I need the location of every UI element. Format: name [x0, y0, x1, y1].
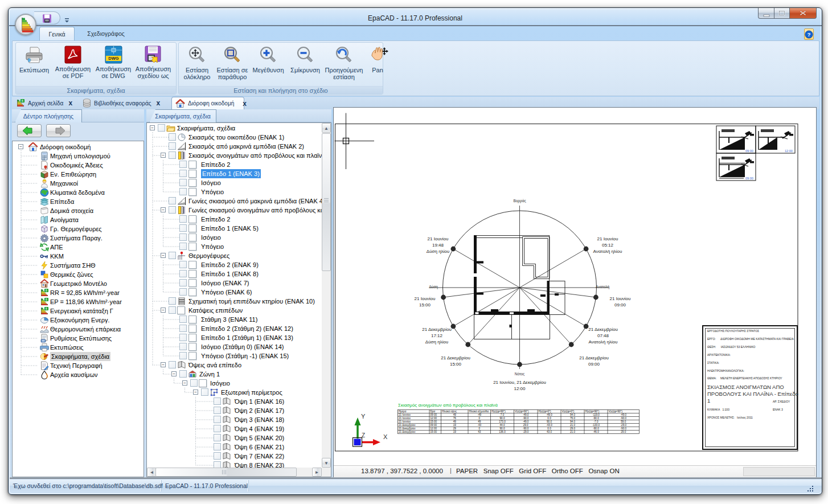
svg-text:21 Δεκεμβρίου07:48Ανατολή ηλίο: 21 Δεκεμβρίου07:48Ανατολή ηλίου — [588, 327, 618, 345]
svg-text:21 Ιουνίου, 21 Δεκεμβρίου12:00: 21 Ιουνίου, 21 Δεκεμβρίου12:00 — [493, 380, 546, 391]
svg-text:0: 0 — [479, 417, 481, 420]
svg-text:21 Δεκεμβρίου: 21 Δεκεμβρίου — [399, 431, 416, 433]
svg-text:21 Ιουνίου: 21 Ιουνίου — [399, 417, 411, 420]
svg-text:Σκιασμός ανοιγμάτων από προβόλ: Σκιασμός ανοιγμάτων από προβόλους και πλ… — [398, 403, 498, 408]
svg-text:12:00: 12:00 — [431, 417, 437, 420]
svg-text:21.0: 21.0 — [570, 431, 575, 433]
svg-text:19: 19 — [453, 424, 457, 427]
svg-text:49: 49 — [453, 420, 457, 423]
svg-text:-90.0: -90.0 — [621, 417, 627, 420]
svg-text:21 Ιουνίου: 21 Ιουνίου — [399, 420, 411, 423]
svg-text:ΕΡΓΟΔΟΤΗΣ:ΠΟΥΛΟΥΓΑΡΗΣ ΣΤΡΑΤΟΣ: ΕΡΓΟΔΟΤΗΣ:ΠΟΥΛΟΥΓΑΡΗΣ ΣΤΡΑΤΟΣ — [707, 329, 759, 333]
svg-text:29.0: 29.0 — [523, 424, 528, 427]
svg-text:DWG: DWG — [108, 56, 118, 61]
svg-text:76: 76 — [453, 417, 457, 420]
svg-text:-49.0: -49.0 — [546, 413, 552, 416]
svg-text:136.0: 136.0 — [499, 431, 506, 433]
svg-text:15:00: 15:00 — [431, 431, 437, 433]
svg-text:94.0: 94.0 — [570, 420, 575, 423]
svg-text:90.0: 90.0 — [500, 417, 505, 420]
svg-text:ΑΡ. ΣΧΕΔΙΟΥ: ΑΡ. ΣΧΕΔΙΟΥ — [773, 400, 790, 403]
svg-text:43: 43 — [478, 431, 481, 433]
svg-text:90.0: 90.0 — [500, 427, 505, 430]
svg-text:H(α)(φ=0°): H(α)(φ=0°) — [539, 410, 552, 413]
svg-text:44.0: 44.0 — [500, 424, 505, 427]
svg-text:-90.0: -90.0 — [593, 427, 599, 430]
svg-text:21 Ιουνίου: 21 Ιουνίου — [399, 413, 411, 416]
svg-text:ΣΤΑΤΙΚΑ:: ΣΤΑΤΙΚΑ: — [707, 361, 719, 364]
svg-text:19: 19 — [453, 431, 457, 433]
svg-text:173.0: 173.0 — [499, 420, 506, 423]
svg-text:ΣΚΙΑΣΜΟΣ ΑΝΟΙΓΜΑΤΩΝ ΑΠΟ: ΣΚΙΑΣΜΟΣ ΑΝΟΙΓΜΑΤΩΝ ΑΠΟ — [707, 384, 784, 390]
svg-text:76.0: 76.0 — [570, 417, 575, 420]
svg-text:1: 1 — [707, 398, 710, 404]
svg-text:21 Ιουνίου09:00: 21 Ιουνίου09:00 — [610, 296, 631, 308]
svg-text:Ανατολή: Ανατολή — [596, 285, 609, 289]
svg-text:21 Δεκεμβρίου: 21 Δεκεμβρίου — [399, 424, 416, 427]
svg-text:21 Δεκεμβρίου: 21 Δεκεμβρίου — [399, 427, 416, 430]
svg-text:ΘΕΣΗ: ΙΑΣΩΝΙΔΟΥ 53 ΕΛΛΗΝΙ: ΘΕΣΗ: ΙΑΣΩΝΙΔΟΥ 53 ΕΛΛΗΝΙΚΟ — [707, 345, 756, 349]
svg-text:29: 29 — [453, 427, 457, 430]
svg-text:43.0: 43.0 — [547, 431, 552, 433]
svg-text:ΠΡΟΒΟΛΟΥΣ ΚΑΙ ΠΛΑΪΝΑ - Επίπεδο: ΠΡΟΒΟΛΟΥΣ ΚΑΙ ΠΛΑΪΝΑ - Επίπεδο — [707, 391, 798, 397]
svg-text:09:00: 09:00 — [745, 149, 753, 153]
svg-text:21 Δεκεμβρίου17:12Δύση ηλίου: 21 Δεκεμβρίου17:12Δύση ηλίου — [422, 327, 452, 345]
svg-text:Ημέρα: Ημέρα — [399, 409, 407, 413]
svg-text:X: X — [383, 433, 388, 440]
svg-text:29.0: 29.0 — [570, 427, 575, 430]
svg-text:0.0: 0.0 — [547, 427, 551, 430]
svg-text:12:00: 12:00 — [785, 149, 793, 153]
svg-text:-7.0: -7.0 — [594, 420, 599, 423]
svg-text:15:00: 15:00 — [431, 420, 437, 423]
svg-text:0: 0 — [479, 427, 481, 430]
svg-text:ΚΛΙΜΑΚΑ 1:100: ΚΛΙΜΑΚΑ 1:100 — [707, 408, 729, 411]
svg-text:H(α)(φ=90°): H(α)(φ=90°) — [491, 410, 506, 413]
svg-text:V(α)(φ=90°): V(α)(φ=90°) — [515, 410, 529, 413]
svg-text:21 Ιουνίου05:12Ανατολή ηλίου: 21 Ιουνίου05:12Ανατολή ηλίου — [593, 236, 622, 254]
svg-text:ΑΡΧΙΤΕΚΤΟΝΙΚΑ:: ΑΡΧΙΤΕΚΤΟΝΙΚΑ: — [707, 353, 731, 357]
svg-text:Ώρα: Ώρα — [430, 410, 436, 413]
svg-text:ΕΡΓΟ: ΔΙΩΡΟΦΗ ΟΙΚΟΔΟΜΗ ΜΕ: ΕΡΓΟ: ΔΙΩΡΟΦΗ ΟΙΚΟΔΟΜΗ ΜΕ ΚΑΤΑΣΤΗΜΑΤΑ ΚΑ… — [707, 337, 794, 341]
svg-text:21 Ιουνίου19:48Δύση ηλίου: 21 Ιουνίου19:48Δύση ηλίου — [427, 236, 449, 254]
svg-text:21 Δεκεμβρίου09:00: 21 Δεκεμβρίου09:00 — [579, 355, 609, 367]
svg-text:Y: Y — [361, 413, 366, 420]
svg-text:V(α)(φ=90°): V(α)(φ=90°) — [609, 410, 623, 413]
svg-text:21 Ιουνίου15:00: 21 Ιουνίου15:00 — [415, 296, 436, 308]
svg-text:ΘΕΜΑ: ΜΕΛΕΤΗ ΕΝΕΡΓΕΙΑΚΗΣ Α: ΘΕΜΑ: ΜΕΛΕΤΗ ΕΝΕΡΓΕΙΑΚΗΣ ΑΠΟΔΟΣΗΣ ΚΤΗΡΙΟ… — [707, 376, 782, 380]
svg-text:-49: -49 — [477, 413, 481, 416]
svg-text:-119.0: -119.0 — [592, 413, 600, 416]
svg-text:7.0: 7.0 — [501, 413, 505, 416]
svg-text:0.0: 0.0 — [547, 417, 551, 420]
svg-text:-43.0: -43.0 — [546, 424, 552, 427]
svg-text:-29.0: -29.0 — [621, 424, 627, 427]
svg-text:09:00: 09:00 — [431, 424, 437, 427]
svg-text:29.0: 29.0 — [621, 431, 626, 433]
svg-text:Βορράς: Βορράς — [513, 199, 526, 203]
svg-text:Νότος: Νότος — [515, 372, 524, 376]
svg-text:90.0: 90.0 — [547, 420, 552, 423]
svg-text:-49.0: -49.0 — [621, 413, 627, 416]
svg-text:H(α)(φ=90°): H(α)(φ=90°) — [585, 410, 600, 413]
svg-text:?: ? — [807, 31, 811, 38]
svg-text:-49.0: -49.0 — [523, 420, 529, 423]
svg-text:59.0: 59.0 — [621, 420, 626, 423]
svg-text:21.0: 21.0 — [570, 424, 575, 427]
svg-text:V(α)(φ=0°): V(α)(φ=0°) — [562, 410, 575, 413]
svg-text:21 Δεκεμβρίου15:00: 21 Δεκεμβρίου15:00 — [441, 355, 470, 367]
svg-text:49: 49 — [478, 420, 481, 423]
svg-text:-90.0: -90.0 — [621, 427, 627, 430]
svg-text:-29.0: -29.0 — [523, 431, 529, 433]
svg-text:09:00: 09:00 — [745, 177, 753, 180]
svg-text:Ηλιακό αζιμούθιο: Ηλιακό αζιμούθιο — [469, 409, 489, 413]
svg-text:-43: -43 — [477, 424, 481, 427]
svg-text:Δύση: Δύση — [429, 285, 438, 289]
svg-text:ΕΝΑΚ 3: ΕΝΑΚ 3 — [773, 408, 783, 411]
svg-text:-133.0: -133.0 — [592, 424, 600, 427]
svg-text:-90.0: -90.0 — [523, 427, 529, 430]
svg-text:-90.0: -90.0 — [523, 417, 529, 420]
svg-text:ΧΡΟΝΟΣ ΜΕΛΕΤΗΣ: Ιούλιος 2011: ΧΡΟΝΟΣ ΜΕΛΕΤΗΣ: Ιούλιος 2011 — [707, 416, 753, 419]
svg-text:ΗΛΕΚΤΡΟΜΗΧΑΝΟΛΟΓΙΚΑ:: ΗΛΕΚΤΡΟΜΗΧΑΝΟΛΟΓΙΚΑ: — [707, 369, 744, 372]
svg-text:12:00: 12:00 — [431, 427, 437, 430]
svg-text:09:00: 09:00 — [431, 413, 437, 416]
svg-text:-46.0: -46.0 — [593, 431, 599, 433]
